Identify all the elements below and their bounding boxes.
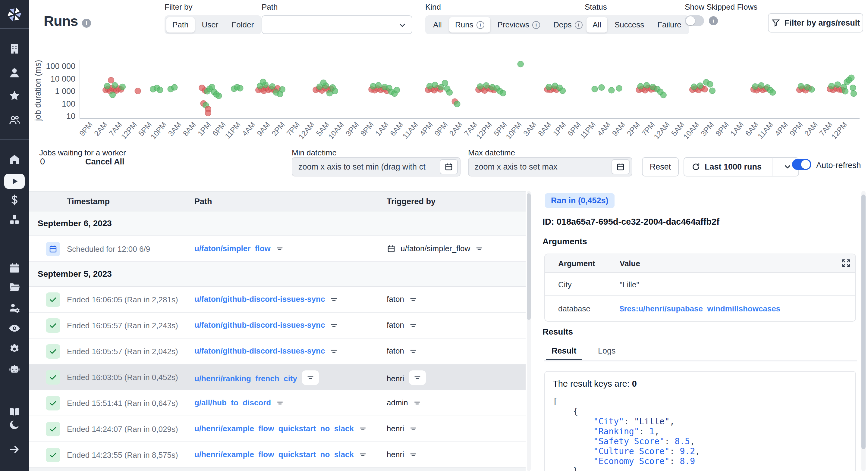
kind-deps-tab[interactable]: Depsi [547, 17, 589, 33]
run-dot[interactable] [483, 82, 489, 89]
resource-link[interactable]: $res:u/henri/supabase_windmillshowcases [620, 304, 780, 313]
table-row[interactable]: Ended 16:06:05 (Ran in 2,281s)u/faton/gi… [29, 287, 526, 312]
run-dot[interactable] [798, 83, 804, 89]
sidebar-item-docs[interactable] [0, 405, 29, 419]
sidebar-item-runs[interactable] [4, 174, 25, 189]
table-row[interactable]: Ended 16:05:57 (Ran in 2,042s)u/faton/gi… [29, 338, 526, 364]
run-dot[interactable] [758, 82, 764, 89]
run-dot[interactable] [477, 83, 483, 90]
sidebar-item-dark-mode[interactable] [0, 417, 29, 432]
run-dot[interactable] [644, 82, 650, 88]
filterby-folder-tab[interactable]: Folder [225, 17, 260, 33]
kind-all-tab[interactable]: All [427, 17, 448, 33]
sidebar-item-audit-logs[interactable] [0, 321, 29, 335]
run-dot[interactable] [110, 92, 116, 98]
info-icon[interactable]: i [476, 21, 484, 29]
runs-info-icon[interactable]: i [82, 19, 91, 28]
run-path-link[interactable]: u/henri/example_flow_quickstart_no_slack [194, 450, 354, 459]
run-path-link[interactable]: u/henri/ranking_french_city [194, 374, 297, 383]
cancel-all-button[interactable]: Cancel All [85, 157, 124, 167]
run-dot[interactable] [518, 61, 524, 67]
run-path-link[interactable]: u/faton/github-discord-issues-sync [194, 295, 325, 304]
run-dot[interactable] [320, 80, 327, 86]
run-dot[interactable] [216, 93, 222, 99]
run-dot[interactable] [108, 77, 114, 83]
auto-refresh-toggle[interactable] [792, 159, 811, 170]
run-path-link[interactable]: u/faton/github-discord-issues-sync [194, 346, 325, 356]
runs-duration-chart[interactable]: 100 00010 0001 000100109PM2AM7AM12PM5PM1… [0, 39, 868, 147]
run-dot[interactable] [709, 88, 715, 94]
run-dot[interactable] [560, 88, 566, 94]
info-icon[interactable]: i [709, 16, 718, 25]
run-dot[interactable] [432, 82, 438, 88]
run-dot[interactable] [112, 82, 118, 89]
min-datetime-calendar-button[interactable] [440, 159, 458, 174]
run-path-link[interactable]: u/faton/github-discord-issues-sync [194, 321, 325, 330]
filterby-user-tab[interactable]: User [196, 17, 224, 33]
table-row[interactable]: Ended 16:05:57 (Ran in 2,243s)u/faton/gi… [29, 312, 526, 338]
info-icon[interactable]: i [532, 21, 540, 29]
run-dot[interactable] [598, 85, 604, 91]
filter-icon[interactable] [475, 244, 484, 253]
run-dot[interactable] [546, 84, 552, 90]
run-dot[interactable] [119, 84, 125, 90]
max-datetime-input[interactable] [469, 162, 632, 172]
table-row[interactable]: Ended 14:23:55 (Ran in 8,575s)u/henri/ex… [29, 442, 526, 468]
run-dot[interactable] [697, 82, 703, 89]
sidebar-item-schedules[interactable] [0, 261, 29, 275]
run-dot[interactable] [848, 75, 855, 81]
run-dot[interactable] [500, 90, 506, 96]
status-all-tab[interactable]: All [587, 17, 607, 33]
run-path-link[interactable]: u/faton/simpler_flow [194, 244, 271, 253]
run-dot[interactable] [332, 88, 338, 94]
run-dot[interactable] [394, 87, 400, 93]
filter-icon[interactable] [413, 373, 422, 382]
status-success-tab[interactable]: Success [609, 17, 650, 33]
filter-icon[interactable] [409, 450, 417, 459]
filter-button[interactable] [409, 370, 426, 385]
run-dot[interactable] [842, 88, 848, 94]
run-dot[interactable] [454, 101, 460, 107]
run-dot[interactable] [752, 83, 758, 90]
run-dot[interactable] [770, 90, 776, 96]
windmill-logo[interactable] [0, 2, 29, 27]
path-select[interactable] [261, 15, 412, 34]
filter-icon[interactable] [330, 295, 338, 304]
table-row[interactable]: Ended 16:03:05 (Ran in 0,452s)u/henri/ra… [29, 364, 526, 390]
sidebar-item-resources[interactable] [0, 213, 29, 227]
filter-icon[interactable] [330, 347, 338, 356]
run-dot[interactable] [269, 83, 275, 90]
sidebar-item-agents[interactable] [0, 362, 29, 377]
run-dot[interactable] [237, 85, 243, 91]
kind-previews-tab[interactable]: Previewsi [492, 17, 546, 33]
run-dot[interactable] [135, 88, 141, 94]
last-runs-button[interactable]: Last 1000 runs [684, 157, 799, 176]
status-failure-tab[interactable]: Failure [651, 17, 687, 33]
run-dot[interactable] [850, 91, 857, 97]
run-dot[interactable] [850, 85, 856, 91]
run-dot[interactable] [446, 90, 453, 96]
sidebar-item-variables[interactable] [0, 193, 29, 207]
filter-icon[interactable] [306, 373, 315, 382]
table-row[interactable]: Ended 15:51:41 (Ran in 0,647s)g/all/hub_… [29, 390, 526, 416]
sidebar-item-expand-sidebar[interactable] [0, 442, 29, 457]
run-dot[interactable] [370, 83, 376, 89]
expand-icon[interactable] [841, 258, 851, 268]
kind-runs-tab[interactable]: Runsi [449, 17, 490, 33]
run-dot[interactable] [660, 92, 666, 98]
run-dot[interactable] [279, 87, 285, 93]
run-path-link[interactable]: g/all/hub_to_discord [194, 398, 271, 407]
run-dot[interactable] [835, 81, 841, 88]
run-dot[interactable] [809, 87, 815, 93]
info-icon[interactable]: i [575, 21, 583, 29]
run-dot[interactable] [205, 110, 211, 116]
run-dot[interactable] [592, 86, 598, 92]
tab-result[interactable]: Result [552, 346, 577, 356]
sidebar-item-settings[interactable] [0, 342, 29, 356]
run-dot[interactable] [157, 87, 163, 93]
tab-logs[interactable]: Logs [598, 346, 616, 356]
filter-icon[interactable] [330, 321, 338, 330]
run-dot[interactable] [442, 80, 448, 86]
sidebar-item-folders[interactable] [0, 280, 29, 295]
run-dot[interactable] [104, 83, 110, 89]
